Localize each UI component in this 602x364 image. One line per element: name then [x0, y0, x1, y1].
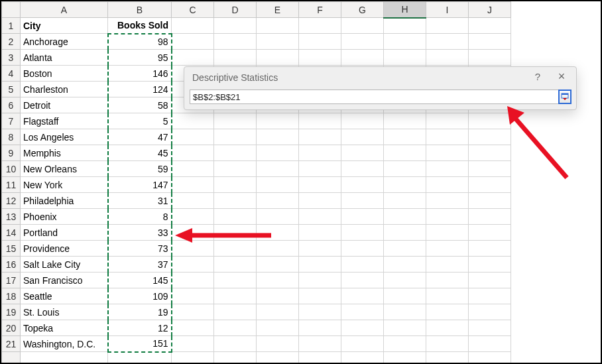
cell-J18[interactable]	[469, 288, 511, 304]
cell-I18[interactable]	[426, 288, 469, 304]
cell-B8[interactable]: 47	[108, 129, 172, 145]
cell-H10[interactable]	[384, 161, 426, 177]
cell-A16[interactable]: Salt Lake City	[21, 257, 108, 273]
cell-C18[interactable]	[172, 288, 214, 304]
cell-F13[interactable]	[299, 209, 341, 225]
cell-D1[interactable]	[214, 18, 257, 34]
column-header-B[interactable]: B	[108, 2, 172, 18]
cell-C15[interactable]	[172, 241, 214, 257]
cell-I14[interactable]	[426, 225, 469, 241]
cell-E17[interactable]	[257, 273, 299, 288]
cell-G22[interactable]	[341, 352, 384, 365]
row-header-18[interactable]: 18	[2, 288, 21, 304]
cell-E8[interactable]	[257, 129, 299, 145]
cell-A22[interactable]	[21, 352, 108, 365]
row-header-16[interactable]: 16	[2, 257, 21, 273]
help-button[interactable]: ?	[531, 71, 544, 82]
cell-H22[interactable]	[384, 352, 426, 365]
row-header-2[interactable]: 2	[2, 34, 21, 50]
cell-D9[interactable]	[214, 145, 257, 161]
cell-B22[interactable]	[108, 352, 172, 365]
row-header-1[interactable]: 1	[2, 18, 21, 34]
cell-D17[interactable]	[214, 273, 257, 288]
cell-B21[interactable]: 151	[108, 336, 172, 352]
cell-F7[interactable]	[299, 113, 341, 129]
column-header-F[interactable]: F	[299, 2, 341, 18]
cell-C14[interactable]	[172, 225, 214, 241]
corner-cell[interactable]	[2, 2, 21, 18]
cell-E10[interactable]	[257, 161, 299, 177]
cell-J12[interactable]	[469, 193, 511, 209]
column-header-I[interactable]: I	[426, 2, 469, 18]
cell-C19[interactable]	[172, 304, 214, 320]
range-input[interactable]: $B$2:$B$21	[190, 90, 559, 104]
cell-F21[interactable]	[299, 336, 341, 352]
cell-B17[interactable]: 145	[108, 273, 172, 288]
cell-E21[interactable]	[257, 336, 299, 352]
column-header-D[interactable]: D	[214, 2, 257, 18]
cell-H8[interactable]	[384, 129, 426, 145]
cell-J21[interactable]	[469, 336, 511, 352]
cell-A13[interactable]: Phoenix	[21, 209, 108, 225]
cell-B12[interactable]: 31	[108, 193, 172, 209]
cell-E11[interactable]	[257, 177, 299, 193]
cell-G12[interactable]	[341, 193, 384, 209]
cell-E16[interactable]	[257, 257, 299, 273]
cell-J16[interactable]	[469, 257, 511, 273]
cell-H15[interactable]	[384, 241, 426, 257]
column-header-A[interactable]: A	[21, 2, 108, 18]
cell-J3[interactable]	[469, 50, 511, 66]
cell-I15[interactable]	[426, 241, 469, 257]
column-header-G[interactable]: G	[341, 2, 384, 18]
cell-J17[interactable]	[469, 273, 511, 288]
cell-C16[interactable]	[172, 257, 214, 273]
row-header-3[interactable]: 3	[2, 50, 21, 66]
cell-A19[interactable]: St. Louis	[21, 304, 108, 320]
cell-E22[interactable]	[257, 352, 299, 365]
row-header-21[interactable]: 21	[2, 336, 21, 352]
cell-C13[interactable]	[172, 209, 214, 225]
cell-J8[interactable]	[469, 129, 511, 145]
cell-G17[interactable]	[341, 273, 384, 288]
cell-I7[interactable]	[426, 113, 469, 129]
row-header-17[interactable]: 17	[2, 273, 21, 288]
cell-G2[interactable]	[341, 34, 384, 50]
cell-H11[interactable]	[384, 177, 426, 193]
cell-I13[interactable]	[426, 209, 469, 225]
cell-B10[interactable]: 59	[108, 161, 172, 177]
cell-G10[interactable]	[341, 161, 384, 177]
cell-F9[interactable]	[299, 145, 341, 161]
cell-J14[interactable]	[469, 225, 511, 241]
expand-dialog-button[interactable]	[558, 90, 572, 104]
cell-B14[interactable]: 33	[108, 225, 172, 241]
cell-E3[interactable]	[257, 50, 299, 66]
cell-F15[interactable]	[299, 241, 341, 257]
cell-I8[interactable]	[426, 129, 469, 145]
cell-C9[interactable]	[172, 145, 214, 161]
cell-E18[interactable]	[257, 288, 299, 304]
cell-D15[interactable]	[214, 241, 257, 257]
cell-H19[interactable]	[384, 304, 426, 320]
cell-G18[interactable]	[341, 288, 384, 304]
cell-F12[interactable]	[299, 193, 341, 209]
cell-C1[interactable]	[172, 18, 214, 34]
cell-A3[interactable]: Atlanta	[21, 50, 108, 66]
cell-B3[interactable]: 95	[108, 50, 172, 66]
cell-F2[interactable]	[299, 34, 341, 50]
cell-F1[interactable]	[299, 18, 341, 34]
cell-E12[interactable]	[257, 193, 299, 209]
cell-G3[interactable]	[341, 50, 384, 66]
cell-A21[interactable]: Washington, D.C.	[21, 336, 108, 352]
row-header-14[interactable]: 14	[2, 225, 21, 241]
cell-C8[interactable]	[172, 129, 214, 145]
cell-B6[interactable]: 58	[108, 97, 172, 113]
cell-I10[interactable]	[426, 161, 469, 177]
cell-H16[interactable]	[384, 257, 426, 273]
cell-I2[interactable]	[426, 34, 469, 50]
cell-A15[interactable]: Providence	[21, 241, 108, 257]
cell-A4[interactable]: Boston	[21, 66, 108, 82]
cell-B18[interactable]: 109	[108, 288, 172, 304]
cell-I11[interactable]	[426, 177, 469, 193]
cell-I22[interactable]	[426, 352, 469, 365]
cell-B2[interactable]: 98	[108, 34, 172, 50]
